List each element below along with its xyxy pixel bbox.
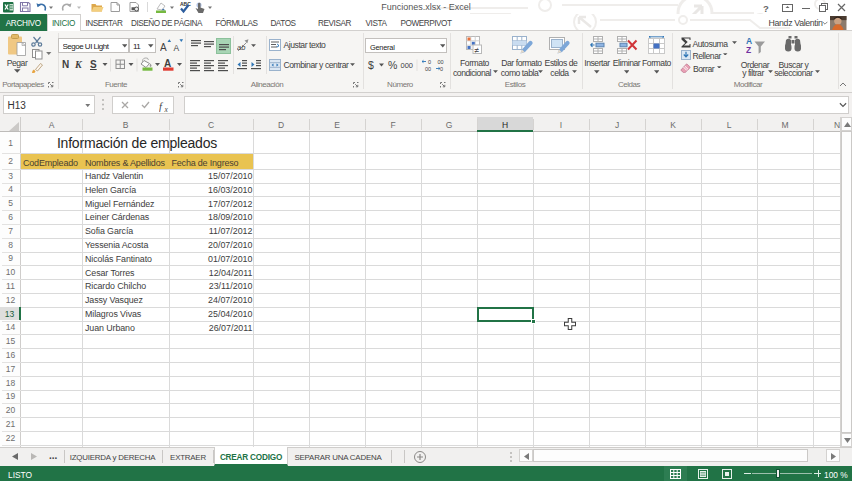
svg-text:f: f [159,101,164,112]
svg-text:Z: Z [746,45,751,54]
svg-text:ab: ab [237,43,245,52]
svg-text:N: N [62,59,69,70]
svg-text:A: A [160,42,167,53]
svg-text:≠: ≠ [474,45,479,55]
svg-text:A: A [174,43,180,53]
svg-text:S: S [90,59,97,70]
svg-text:ABC: ABC [180,1,191,7]
svg-text:x: x [163,104,168,112]
svg-text:A: A [164,58,171,69]
svg-text:K: K [74,59,83,70]
